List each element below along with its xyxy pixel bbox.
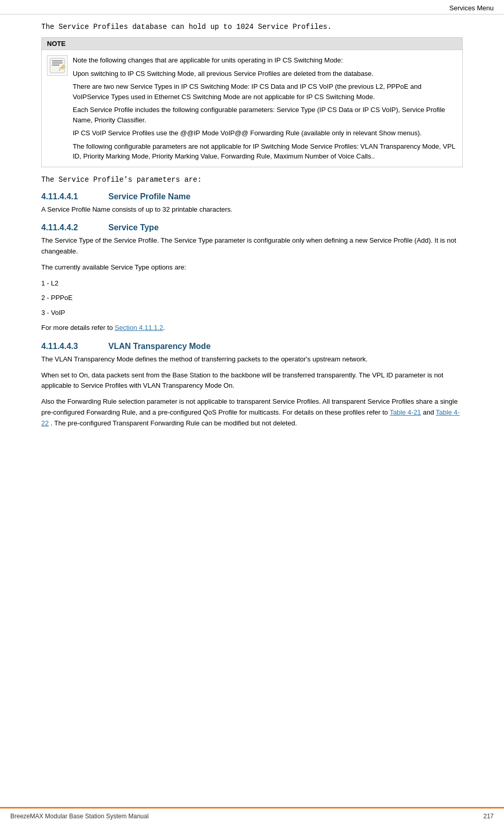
section-3-para-1: When set to On, data packets sent from t… [41, 370, 463, 392]
note-body: Note the following changes that are appl… [42, 50, 462, 167]
section-2-footer-end: . [163, 324, 165, 331]
footer-page-number: 217 [483, 813, 494, 820]
page-header: Services Menu [0, 0, 504, 14]
service-type-voip: 3 - VoIP [41, 308, 463, 319]
section-body-2: The Service Type of the Service Profile.… [41, 235, 463, 334]
section-number-2: 4.11.4.4.2 [41, 223, 98, 232]
section-number-1: 4.11.4.4.1 [41, 192, 98, 201]
section-4-11-4-4-1: 4.11.4.4.1 Service Profile Name A Servic… [41, 192, 463, 215]
section-body-3: The VLAN Transparency Mode defines the m… [41, 354, 463, 429]
svg-rect-1 [52, 60, 62, 61]
section-title-2: Service Type [108, 223, 159, 232]
note-header: NOTE [42, 38, 462, 50]
section-body-1: A Service Profile Name consists of up to… [41, 204, 463, 215]
note-para-3: Each Service Profile includes the follow… [73, 105, 457, 125]
intro-text: The Service Profiles database can hold u… [41, 23, 463, 31]
header-title: Services Menu [449, 4, 494, 12]
section-2-footer-text: For more details refer to [41, 324, 113, 331]
section-3-after-links: . The pre-configured Transparent Forward… [51, 419, 297, 427]
note-content: Note the following changes that are appl… [73, 55, 457, 162]
section-title-3: VLAN Transparency Mode [108, 342, 210, 351]
note-para-0: Note the following changes that are appl… [73, 55, 457, 66]
section-header-1: 4.11.4.4.1 Service Profile Name [41, 192, 463, 201]
svg-rect-3 [52, 65, 59, 66]
section-4-11-4-4-2: 4.11.4.4.2 Service Type The Service Type… [41, 223, 463, 334]
section-3-para-0: The VLAN Transparency Mode defines the m… [41, 354, 463, 365]
table-4-21-link[interactable]: Table 4-21 [389, 408, 421, 416]
section-4-11-1-2-link[interactable]: Section 4.11.1.2 [115, 324, 163, 331]
footer-left: BreezeMAX Modular Base Station System Ma… [10, 813, 149, 820]
service-type-l2: 1 - L2 [41, 278, 463, 289]
content-area: The Service Profiles database can hold u… [0, 14, 504, 468]
pencil-icon [48, 56, 67, 75]
note-para-1: Upon switching to IP CS Switching Mode, … [73, 69, 457, 79]
section-intro: The Service Profile's parameters are: [41, 176, 463, 184]
section-2-para-1: The currently available Service Type opt… [41, 262, 463, 273]
section-number-3: 4.11.4.4.3 [41, 342, 98, 351]
note-box: NOTE Note the following changes that are… [41, 37, 463, 167]
svg-rect-2 [52, 62, 62, 64]
section-header-3: 4.11.4.4.3 VLAN Transparency Mode [41, 342, 463, 351]
section-title-1: Service Profile Name [108, 192, 190, 201]
page-container: Services Menu The Service Profiles datab… [0, 0, 504, 824]
note-para-4: IP CS VoIP Service Profiles use the @@IP… [73, 128, 457, 138]
note-para-5: The following configurable parameters ar… [73, 141, 457, 162]
section-2-footer: For more details refer to Section 4.11.1… [41, 323, 463, 334]
page-footer: BreezeMAX Modular Base Station System Ma… [0, 807, 504, 824]
service-type-pppoe: 2 - PPPoE [41, 293, 463, 304]
section-3-para-2: Also the Forwarding Rule selection param… [41, 397, 463, 429]
section-header-2: 4.11.4.4.2 Service Type [41, 223, 463, 232]
section-4-11-4-4-3: 4.11.4.4.3 VLAN Transparency Mode The VL… [41, 342, 463, 429]
note-para-2: There are two new Service Types in IP CS… [73, 82, 457, 102]
section-1-para-0: A Service Profile Name consists of up to… [41, 204, 463, 215]
section-3-and-text: and [423, 408, 436, 416]
section-2-para-0: The Service Type of the Service Profile.… [41, 235, 463, 257]
note-icon [47, 55, 68, 76]
